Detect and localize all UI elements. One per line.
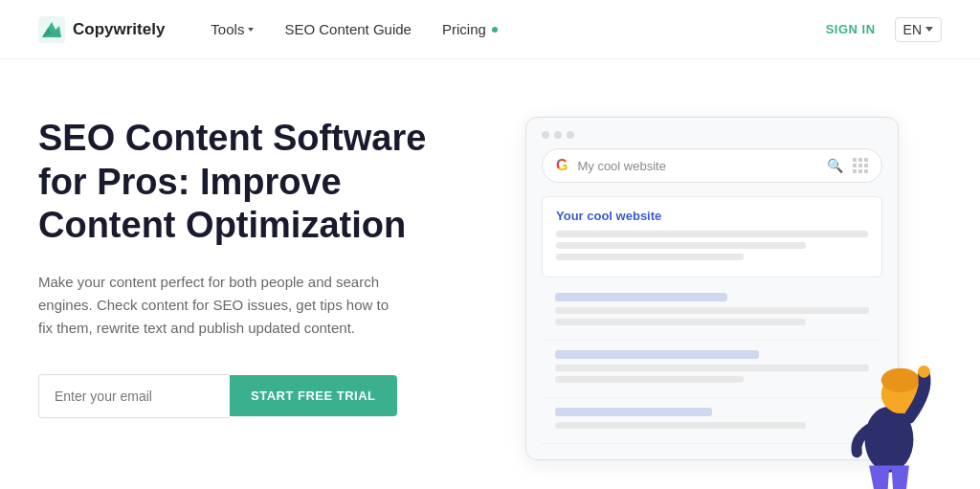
google-logo-icon: G <box>556 157 568 174</box>
tools-nav-link[interactable]: Tools <box>211 21 254 37</box>
hero-left: SEO Content Software for Pros: Improve C… <box>38 107 482 489</box>
tools-chevron-icon <box>248 28 254 32</box>
svg-point-6 <box>918 366 930 378</box>
grid-icon <box>853 158 868 173</box>
result-line-3 <box>556 254 744 260</box>
character-illustration <box>827 326 951 489</box>
hero-right: G My cool website 🔍 Your cool websit <box>482 107 942 489</box>
result-plain-line-1 <box>555 307 869 314</box>
seo-guide-nav-link[interactable]: SEO Content Guide <box>284 21 412 37</box>
result-line-2 <box>556 242 806 249</box>
logo-area[interactable]: Copywritely <box>38 16 165 43</box>
result-plain-line-4 <box>555 376 744 383</box>
result-plain-line-3 <box>555 365 869 371</box>
navbar: Copywritely Tools SEO Content Guide Pric… <box>0 0 980 59</box>
nav-right: SIGN IN EN <box>826 17 942 42</box>
browser-dot-3 <box>567 131 574 139</box>
svg-point-5 <box>881 368 920 392</box>
logo-icon <box>38 16 65 43</box>
browser-dots <box>542 131 882 139</box>
featured-result-title: Your cool website <box>556 209 868 223</box>
language-selector[interactable]: EN <box>895 17 942 42</box>
nav-links: Tools SEO Content Guide Pricing <box>211 21 825 37</box>
email-input[interactable] <box>38 374 230 418</box>
browser-dot-2 <box>554 131 562 139</box>
featured-search-result: Your cool website <box>542 196 882 278</box>
sign-in-button[interactable]: SIGN IN <box>826 22 876 36</box>
pricing-nav-link[interactable]: Pricing <box>442 21 498 37</box>
result-plain-title-2 <box>555 350 759 359</box>
result-plain-line-2 <box>555 319 806 325</box>
search-text: My cool website <box>577 159 817 173</box>
result-plain-title-1 <box>555 293 727 301</box>
pricing-dot-icon <box>492 27 498 33</box>
lang-chevron-icon <box>925 27 933 32</box>
start-trial-button[interactable]: START FREE TRIAL <box>230 375 397 416</box>
hero-section: SEO Content Software for Pros: Improve C… <box>0 59 980 489</box>
browser-search-bar: G My cool website 🔍 <box>542 148 882 183</box>
result-plain-line-5 <box>555 422 806 429</box>
hero-description: Make your content perfect for both peopl… <box>38 271 402 340</box>
brand-name: Copywritely <box>73 20 165 39</box>
browser-dot-1 <box>542 131 549 139</box>
result-plain-title-3 <box>555 408 712 416</box>
search-icon: 🔍 <box>827 158 843 173</box>
hero-title: SEO Content Software for Pros: Improve C… <box>38 117 444 248</box>
result-line-1 <box>556 231 868 237</box>
cta-area: START FREE TRIAL <box>38 374 444 418</box>
